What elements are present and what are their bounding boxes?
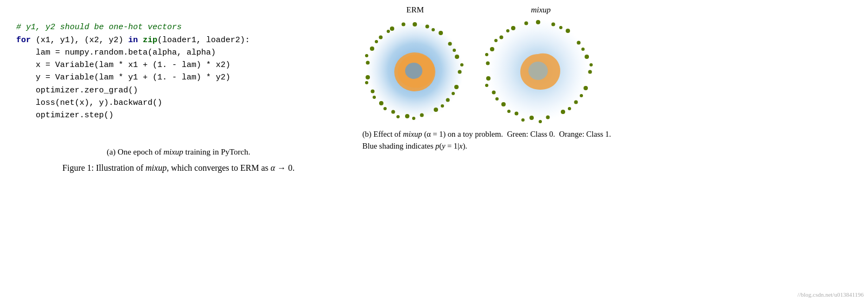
svg-point-55 bbox=[500, 36, 503, 39]
left-panel: # y1, y2 should be one-hot vectors for (… bbox=[11, 5, 346, 296]
code-line2: for (x1, y1), (x2, y2) in zip(loader1, l… bbox=[16, 36, 250, 45]
erm-diagram: ERM bbox=[362, 5, 468, 123]
svg-point-68 bbox=[485, 53, 488, 56]
svg-point-11 bbox=[434, 108, 438, 112]
svg-point-62 bbox=[568, 107, 571, 110]
svg-point-31 bbox=[373, 96, 376, 99]
figure-caption: Figure 1: Illustration of mixup, which c… bbox=[11, 163, 346, 173]
svg-point-26 bbox=[452, 92, 455, 95]
caption-b-text: (b) Effect of mixup (α = 1) on a toy pro… bbox=[362, 130, 611, 150]
code-line7: loss(net(x), y).backward() bbox=[16, 98, 162, 108]
svg-point-63 bbox=[539, 120, 542, 123]
svg-point-20 bbox=[379, 36, 383, 39]
svg-point-45 bbox=[574, 101, 578, 104]
erm-svg bbox=[362, 18, 468, 123]
svg-point-53 bbox=[486, 62, 490, 65]
right-panel: ERM bbox=[346, 5, 857, 296]
svg-point-27 bbox=[441, 104, 444, 108]
svg-point-4 bbox=[426, 25, 429, 29]
svg-point-22 bbox=[402, 23, 406, 26]
svg-point-60 bbox=[589, 63, 593, 66]
svg-point-38 bbox=[536, 20, 540, 24]
svg-point-21 bbox=[390, 26, 394, 31]
svg-point-47 bbox=[546, 116, 550, 119]
svg-point-48 bbox=[529, 116, 534, 120]
svg-point-69 bbox=[494, 39, 498, 42]
svg-point-19 bbox=[370, 46, 374, 51]
code-line3: lam = numpy.random.beta(alpha, alpha) bbox=[16, 48, 216, 57]
svg-point-24 bbox=[453, 49, 456, 52]
caption-left-text: (a) One epoch of mixup training in PyTor… bbox=[107, 148, 250, 156]
svg-point-43 bbox=[588, 70, 592, 74]
figure-caption-text: Figure 1: Illustration of mixup, which c… bbox=[62, 163, 294, 172]
svg-point-15 bbox=[379, 101, 383, 105]
svg-point-61 bbox=[580, 94, 583, 97]
svg-point-6 bbox=[448, 42, 452, 46]
svg-point-25 bbox=[460, 63, 463, 66]
svg-point-16 bbox=[371, 90, 375, 93]
svg-point-34 bbox=[375, 40, 378, 43]
svg-point-3 bbox=[413, 22, 417, 26]
svg-point-29 bbox=[396, 115, 400, 118]
svg-point-30 bbox=[383, 107, 387, 110]
svg-point-18 bbox=[366, 61, 370, 65]
caption-left: (a) One epoch of mixup training in PyTor… bbox=[11, 148, 346, 157]
svg-point-70 bbox=[506, 29, 509, 32]
svg-point-14 bbox=[392, 110, 395, 114]
svg-point-7 bbox=[455, 55, 459, 59]
svg-point-44 bbox=[584, 86, 588, 90]
code-block: # y1, y2 should be one-hot vectors for (… bbox=[11, 5, 346, 138]
svg-point-5 bbox=[439, 31, 443, 35]
code-line8: optimizer.step() bbox=[16, 111, 114, 120]
svg-point-52 bbox=[486, 76, 491, 81]
svg-point-39 bbox=[552, 23, 555, 26]
watermark: //blog.csdn.net/u013841196 bbox=[798, 291, 864, 298]
svg-point-28 bbox=[412, 117, 415, 120]
svg-point-23 bbox=[432, 28, 435, 31]
svg-point-49 bbox=[515, 112, 519, 116]
mixup-label: mixup bbox=[531, 5, 551, 15]
svg-point-54 bbox=[490, 47, 494, 51]
svg-point-35 bbox=[387, 30, 390, 33]
svg-point-37 bbox=[528, 62, 548, 80]
svg-point-10 bbox=[446, 98, 450, 102]
svg-point-46 bbox=[561, 110, 565, 114]
svg-point-13 bbox=[405, 114, 409, 118]
mixup-diagram: mixup bbox=[484, 5, 598, 123]
svg-point-17 bbox=[366, 75, 370, 79]
svg-point-64 bbox=[521, 118, 525, 122]
caption-right: (b) Effect of mixup (α = 1) on a toy pro… bbox=[362, 129, 611, 152]
svg-point-8 bbox=[458, 70, 462, 74]
svg-point-32 bbox=[365, 81, 368, 84]
svg-point-50 bbox=[501, 102, 506, 106]
main-container: # y1, y2 should be one-hot vectors for (… bbox=[0, 0, 868, 301]
svg-point-12 bbox=[420, 113, 424, 117]
svg-point-67 bbox=[485, 84, 488, 87]
mixup-svg bbox=[484, 18, 598, 123]
svg-point-58 bbox=[559, 26, 562, 29]
code-comment: # y1, y2 should be one-hot vectors bbox=[16, 23, 182, 32]
svg-point-41 bbox=[577, 41, 581, 45]
code-line6: optimizer.zero_grad() bbox=[16, 86, 138, 95]
svg-point-65 bbox=[507, 110, 511, 113]
svg-point-66 bbox=[495, 97, 499, 101]
svg-point-51 bbox=[492, 91, 496, 95]
erm-label: ERM bbox=[406, 5, 424, 15]
svg-point-2 bbox=[405, 63, 422, 79]
svg-point-9 bbox=[454, 85, 459, 89]
svg-point-40 bbox=[566, 29, 570, 33]
svg-point-33 bbox=[365, 54, 368, 57]
svg-point-42 bbox=[585, 55, 589, 59]
svg-point-56 bbox=[511, 26, 515, 30]
diagrams-row: ERM bbox=[362, 5, 598, 123]
svg-point-57 bbox=[525, 22, 528, 25]
code-line5: y = Variable(lam * y1 + (1. - lam) * y2) bbox=[16, 73, 230, 82]
svg-point-59 bbox=[581, 48, 585, 51]
code-line4: x = Variable(lam * x1 + (1. - lam) * x2) bbox=[16, 61, 230, 70]
